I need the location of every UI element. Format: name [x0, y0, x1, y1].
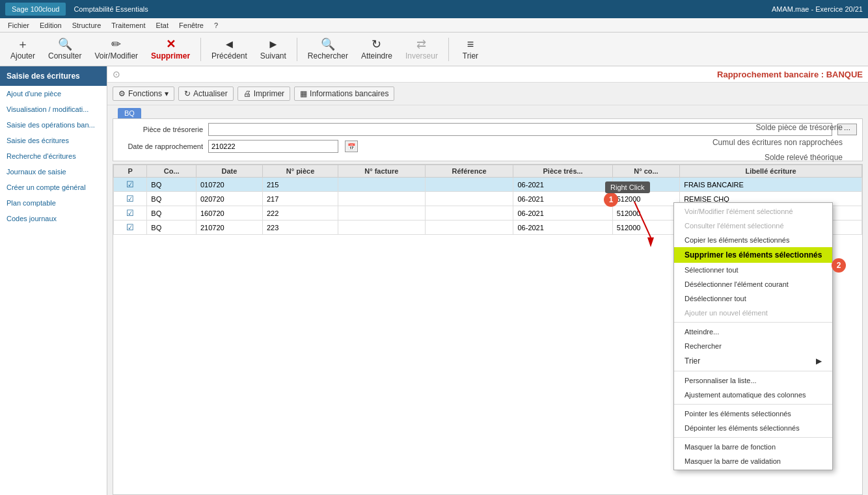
ctx-selectionner-tout[interactable]: Sélectionner tout [674, 263, 832, 277]
right-click-tooltip: Right Click [605, 181, 650, 193]
app-title: Sage 100cloud [5, 3, 66, 16]
date-rapprochement-input[interactable] [208, 140, 338, 153]
submenu-arrow-icon: ▶ [816, 356, 822, 366]
ctx-supprimer[interactable]: Supprimer les éléments sélectionnés [674, 247, 832, 263]
col-facture: N° facture [338, 165, 426, 178]
row-date: 160720 [196, 206, 262, 221]
ctx-depointer[interactable]: Dépointer les éléments sélectionnés [674, 421, 832, 435]
fonctions-button[interactable]: ⚙ Fonctions ▾ [113, 87, 174, 101]
menu-etat[interactable]: Etat [150, 20, 174, 31]
toolbar-separator-3 [448, 38, 449, 61]
row-co: BQ [147, 221, 197, 235]
ctx-personnaliser[interactable]: Personnaliser la liste... [674, 373, 832, 388]
rechercher-button[interactable]: 🔍 Rechercher [303, 36, 353, 63]
inverseur-button[interactable]: ⇄ Inverseur [400, 36, 443, 63]
row-co: BQ [147, 192, 197, 206]
row-facture [338, 221, 426, 235]
sidebar-item-ajout[interactable]: Ajout d'une pièce [0, 86, 107, 101]
svg-line-0 [634, 202, 651, 237]
toolbar: ＋ Ajouter 🔍 Consulter ✏ Voir/Modifier ✕ … [0, 33, 868, 66]
menu-fichier[interactable]: Fichier [3, 20, 34, 31]
ctx-sep-2 [674, 371, 832, 371]
ctx-masquer-fonction[interactable]: Masquer la barre de fonction [674, 440, 832, 454]
ajouter-button[interactable]: ＋ Ajouter [5, 36, 40, 63]
step-1-bubble: 1 [604, 193, 618, 207]
menu-fenetre[interactable]: Fenêtre [174, 20, 209, 31]
chevron-down-icon: ▾ [165, 89, 169, 98]
refresh-icon: ↻ [372, 38, 381, 50]
row-checkbox[interactable]: ☑ [114, 192, 147, 206]
exercise-info: AMAM.mae - Exercice 20/21 [772, 5, 863, 13]
ctx-sep-4 [674, 437, 832, 438]
ctx-masquer-validation[interactable]: Masquer la barre de validation [674, 454, 832, 468]
ctx-copier[interactable]: Copier les éléments sélectionnés [674, 233, 832, 247]
atteindre-button[interactable]: ↻ Atteindre [356, 36, 398, 63]
col-piece-treso: Pièce trés... [513, 165, 612, 178]
row-date: 210720 [196, 221, 262, 235]
row-piece-treso: 06-2021 [513, 221, 612, 235]
row-piece-treso: 06-2021 [513, 206, 612, 221]
voir-modifier-button[interactable]: ✏ Voir/Modifier [89, 36, 143, 63]
sidebar-item-operations[interactable]: Saisie des opérations ban... [0, 117, 107, 133]
row-date: 010720 [196, 178, 262, 192]
ctx-consulter[interactable]: Consulter l'élément sélectionné [674, 219, 832, 233]
swap-icon: ⇄ [416, 38, 426, 50]
edit-icon: ✏ [111, 38, 121, 50]
trier-button[interactable]: ≡ Trier [454, 36, 487, 63]
menu-aide[interactable]: ? [209, 20, 223, 31]
sidebar-item-saisie[interactable]: Saisie des écritures [0, 133, 107, 148]
row-facture [338, 178, 426, 192]
bq-tab[interactable]: BQ [118, 108, 141, 118]
summary-line3: Solde relevé théorique [712, 150, 843, 165]
col-p: P [114, 165, 147, 178]
row-libelle: FRAIS BANCAIRE [680, 178, 862, 192]
menu-structure[interactable]: Structure [67, 20, 107, 31]
informations-button[interactable]: ▦ Informations bancaires [294, 87, 394, 101]
ctx-trier[interactable]: Trier ▶ [674, 353, 832, 369]
row-checkbox[interactable]: ☑ [114, 206, 147, 221]
sidebar-item-codes[interactable]: Codes journaux [0, 211, 107, 226]
sidebar-item-visualisation[interactable]: Visualisation / modificati... [0, 101, 107, 117]
row-checkbox[interactable]: ☑ [114, 178, 147, 192]
menu-edition[interactable]: Edition [34, 20, 67, 31]
row-piece: 223 [262, 221, 338, 235]
delete-icon: ✕ [166, 38, 176, 50]
row-facture [338, 192, 426, 206]
title-bar: Sage 100cloud Comptabilité Essentials AM… [0, 0, 868, 18]
summary-line2: Cumul des écritures non rapprochées [712, 135, 843, 150]
info-icon: ▦ [300, 89, 307, 98]
row-reference [425, 221, 513, 235]
date-calendar-button[interactable]: 📅 [345, 140, 358, 152]
menu-traitement[interactable]: Traitement [106, 20, 150, 31]
actualiser-button[interactable]: ↻ Actualiser [178, 87, 234, 101]
search-icon: 🔍 [58, 38, 72, 50]
ctx-ajustement[interactable]: Ajustement automatique des colonnes [674, 388, 832, 402]
date-rapprochement-label: Date de rapprochement [118, 142, 203, 150]
ctx-rechercher[interactable]: Rechercher [674, 339, 832, 353]
imprimer-button[interactable]: 🖨 Imprimer [237, 87, 290, 101]
row-reference [425, 178, 513, 192]
sidebar-item-creer-compte[interactable]: Créer un compte général [0, 180, 107, 195]
rapprochement-title: Rapprochement bancaire : BANQUE [717, 70, 863, 79]
ctx-deselectionner-tout[interactable]: Désélectionner tout [674, 291, 832, 306]
ctx-ajouter-element[interactable]: Ajouter un nouvel élément [674, 306, 832, 320]
row-checkbox[interactable]: ☑ [114, 221, 147, 235]
consulter-button[interactable]: 🔍 Consulter [43, 36, 87, 63]
sidebar-header: Saisie des écritures [0, 66, 107, 86]
row-piece-treso: 06-2021 [513, 192, 612, 206]
table-row[interactable]: ☑ BQ 010720 215 06-2021 512000 FRAIS BAN… [114, 178, 862, 192]
supprimer-button[interactable]: ✕ Supprimer [146, 36, 195, 63]
sidebar-item-plan[interactable]: Plan comptable [0, 195, 107, 211]
col-piece: N° pièce [262, 165, 338, 178]
suivant-button[interactable]: ► Suivant [255, 36, 292, 63]
sidebar-item-recherche[interactable]: Recherche d'écritures [0, 148, 107, 164]
ctx-atteindre[interactable]: Atteindre... [674, 325, 832, 339]
precedent-button[interactable]: ◄ Précédent [206, 36, 252, 63]
ctx-pointer[interactable]: Pointer les éléments sélectionnés [674, 407, 832, 421]
ctx-voir-modifier[interactable]: Voir/Modifier l'élément sélectionné [674, 204, 832, 219]
ctx-deselectionner-courant[interactable]: Désélectionner l'élément courant [674, 277, 832, 291]
col-date: Date [196, 165, 262, 178]
sidebar-item-journaux[interactable]: Journaux de saisie [0, 164, 107, 180]
step-2-bubble: 2 [832, 258, 846, 273]
piece-tresorerie-label: Pièce de trésorerie [118, 126, 203, 133]
